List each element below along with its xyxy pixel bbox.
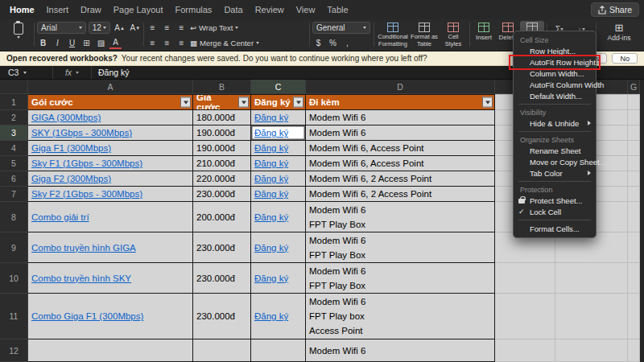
menu-item-autofit-column-width[interactable]: AutoFit Column Width — [514, 79, 596, 90]
cell-11-d[interactable]: Modem Wifi 6 FPT Play box Access Point — [306, 294, 495, 339]
cell-11-b[interactable]: 230.000đ — [193, 294, 251, 339]
cell-hyperlink[interactable]: Đăng ký — [254, 174, 288, 183]
cell-hyperlink[interactable]: Combo Giga F1 (300Mbps) — [31, 311, 143, 321]
cell-3-d[interactable]: Modem Wifi 6 — [306, 125, 495, 141]
header-cell-b[interactable]: Giá cước — [193, 94, 251, 110]
cell-2-g[interactable] — [628, 110, 640, 125]
cell-2-c[interactable]: Đăng ký — [251, 110, 306, 125]
cell-2-a[interactable]: GIGA (300Mbps) — [28, 110, 193, 125]
cell-hyperlink[interactable]: Đăng ký — [254, 143, 288, 153]
cell-6-d[interactable]: Modem Wifi 6, 2 Access Point — [306, 171, 495, 187]
cell-hyperlink[interactable]: Giga F1 (300Mbps) — [31, 143, 111, 153]
cell-12-a[interactable] — [28, 339, 193, 362]
cell-6-g[interactable] — [628, 171, 640, 187]
cell-hyperlink[interactable]: Combo truyền hình GIGA — [31, 243, 136, 253]
cell-9-g[interactable] — [628, 232, 640, 263]
cell-12-d[interactable]: Modem Wifi 6 — [306, 339, 495, 362]
no-button[interactable]: No — [612, 53, 638, 64]
autofilter-button[interactable] — [180, 97, 191, 108]
cell-7-a[interactable]: Sky F2 (1Gbps - 300Mbps) — [28, 187, 193, 202]
cell-hyperlink[interactable]: GIGA (300Mbps) — [31, 113, 101, 122]
cell-8-c[interactable]: Đăng ký — [251, 202, 306, 232]
font-name-select[interactable]: Arial — [37, 22, 86, 34]
menu-item-protect-sheet[interactable]: Protect Sheet... — [514, 195, 596, 206]
percent-format-button[interactable]: % — [327, 37, 339, 49]
select-all-corner[interactable] — [0, 80, 28, 94]
cell-hyperlink[interactable]: Đăng ký — [254, 243, 288, 253]
menu-tab-view[interactable]: View — [296, 5, 316, 14]
row-header-9[interactable]: 9 — [0, 232, 28, 263]
row-header-7[interactable]: 7 — [0, 187, 28, 202]
cell-hyperlink[interactable]: Đăng ký — [254, 212, 288, 222]
autofilter-button[interactable] — [238, 97, 249, 108]
column-header-a[interactable]: A — [28, 80, 193, 94]
cell-9-d[interactable]: Modem Wifi 6 FPT Play Box — [306, 232, 495, 263]
cell-styles-button[interactable]: Cell Styles — [440, 21, 467, 50]
cell-hyperlink[interactable]: Đăng ký — [254, 113, 288, 122]
increase-font-button[interactable]: A▲ — [113, 22, 126, 34]
number-format-select[interactable]: General — [312, 22, 370, 34]
bold-button[interactable]: B — [37, 37, 49, 49]
menu-tab-table[interactable]: Table — [327, 5, 348, 14]
row-header-5[interactable]: 5 — [0, 156, 28, 171]
decrease-font-button[interactable]: A▼ — [129, 22, 142, 34]
cell-9-a[interactable]: Combo truyền hình GIGA — [28, 232, 193, 263]
cell-5-a[interactable]: Sky F1 (1Gbps - 300Mbps) — [28, 156, 193, 171]
comma-format-button[interactable]: , — [341, 37, 353, 49]
cell-9-b[interactable]: 230.000đ — [193, 232, 251, 263]
menu-tab-page-layout[interactable]: Page Layout — [114, 5, 163, 14]
cell-5-b[interactable]: 210.000đ — [193, 156, 251, 171]
underline-button[interactable]: U — [66, 37, 78, 49]
autofilter-button[interactable] — [293, 97, 303, 108]
row-header-2[interactable]: 2 — [0, 110, 28, 125]
cell-hyperlink[interactable]: SKY (1Gbps - 300Mbps) — [31, 128, 132, 138]
cell-hyperlink[interactable]: Combo giải trí — [31, 212, 89, 222]
cell-10-e[interactable] — [495, 263, 555, 294]
share-button[interactable]: Share — [591, 2, 639, 17]
format-as-table-button[interactable]: Format as Table — [409, 21, 440, 50]
cell-12-c[interactable] — [251, 339, 306, 362]
cell-8-d[interactable]: Modem Wifi 6 FPT Play Box — [306, 202, 495, 232]
cell-hyperlink[interactable]: Sky F1 (1Gbps - 300Mbps) — [31, 158, 142, 168]
cell-11-c[interactable]: Đăng ký — [251, 294, 306, 339]
align-left-button[interactable]: ≡ — [147, 37, 159, 49]
header-cell-c[interactable]: Đăng ký — [251, 94, 306, 110]
column-header-d[interactable]: D — [306, 80, 495, 94]
row-header-3[interactable]: 3 — [0, 125, 28, 141]
cell-4-b[interactable]: 190.000đ — [193, 141, 251, 156]
cell-hyperlink[interactable]: Combo truyền hình SKY — [31, 274, 131, 283]
cell-4-g[interactable] — [628, 141, 640, 156]
insert-cells-button[interactable]: Insert — [472, 21, 496, 50]
menu-tab-data[interactable]: Data — [224, 5, 242, 14]
currency-format-button[interactable]: $ — [312, 37, 324, 49]
fill-color-button[interactable]: ▨ — [95, 37, 107, 49]
cell-5-d[interactable]: Modem Wifi 6, Access Point — [306, 156, 495, 171]
conditional-formatting-button[interactable]: Conditional Formatting — [377, 21, 409, 50]
cell-11-a[interactable]: Combo Giga F1 (300Mbps) — [28, 294, 193, 339]
cell-4-d[interactable]: Modem Wifi 6, Access Point — [306, 141, 495, 156]
row-header-6[interactable]: 6 — [0, 171, 28, 187]
cell-7-b[interactable]: 230.000đ — [193, 187, 251, 202]
selected-cell-c3[interactable]: Đăng ký — [251, 125, 306, 141]
menu-item-format-cells[interactable]: Format Cells... — [514, 223, 596, 234]
header-cell-d[interactable]: Đi kèm — [306, 94, 495, 110]
cell-hyperlink[interactable]: Đăng ký — [254, 189, 288, 199]
font-size-select[interactable]: 12 — [89, 22, 111, 34]
row-header-4[interactable]: 4 — [0, 141, 28, 156]
menu-item-column-width[interactable]: Column Width... — [514, 68, 596, 79]
name-box[interactable]: C3 — [0, 66, 53, 79]
cell-5-c[interactable]: Đăng ký — [251, 156, 306, 171]
cell-7-g[interactable] — [628, 187, 640, 202]
row-header-1[interactable]: 1 — [0, 94, 28, 110]
column-header-g[interactable]: G — [628, 80, 640, 94]
column-header-c[interactable]: C — [251, 80, 306, 94]
cell-1-g[interactable] — [628, 94, 640, 110]
menu-item-tab-color[interactable]: Tab Color — [514, 167, 596, 179]
menu-tab-draw[interactable]: Draw — [80, 5, 101, 14]
menu-tab-home[interactable]: Home — [10, 5, 35, 14]
merge-center-button[interactable]: ▦ Merge & Center — [190, 39, 259, 47]
cell-5-g[interactable] — [628, 156, 640, 171]
cell-10-b[interactable]: 230.000đ — [193, 263, 251, 294]
menu-item-hide-unhide[interactable]: Hide & Unhide — [514, 117, 596, 129]
cell-hyperlink[interactable]: Đăng ký — [254, 158, 288, 168]
